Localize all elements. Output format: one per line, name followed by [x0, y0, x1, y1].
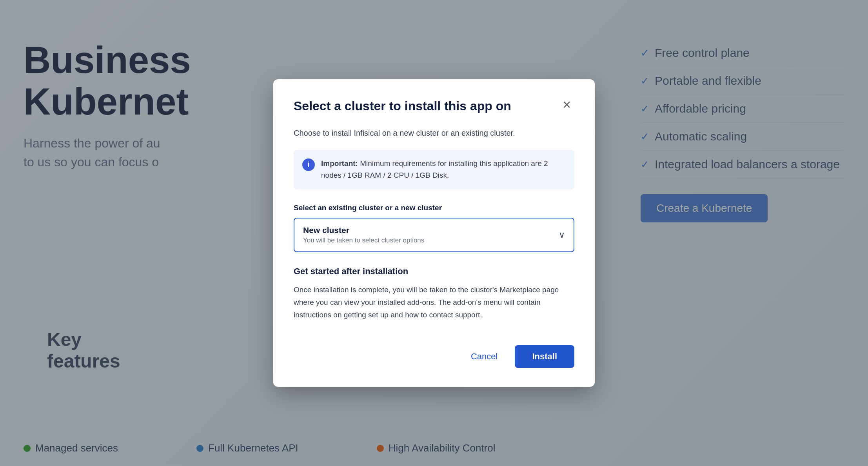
get-started-text: Once installation is complete, you will … — [294, 284, 574, 322]
cluster-dropdown[interactable]: New cluster You will be taken to select … — [294, 218, 574, 252]
modal-description: Choose to install Infisical on a new clu… — [294, 127, 574, 139]
info-box: i Important: Minimum requirements for in… — [294, 150, 574, 189]
get-started-title: Get started after installation — [294, 266, 574, 277]
info-text: Important: Minimum requirements for inst… — [321, 158, 566, 182]
cancel-button[interactable]: Cancel — [463, 347, 505, 366]
cluster-description: You will be taken to select cluster opti… — [303, 237, 424, 244]
modal-footer: Cancel Install — [294, 345, 574, 368]
cluster-name: New cluster — [303, 226, 424, 235]
install-button[interactable]: Install — [515, 345, 574, 368]
modal-overlay: Select a cluster to install this app on … — [0, 0, 868, 466]
info-icon: i — [302, 158, 315, 171]
modal-title: Select a cluster to install this app on — [294, 98, 511, 115]
modal-header: Select a cluster to install this app on … — [294, 98, 574, 115]
close-button[interactable]: ✕ — [559, 98, 574, 112]
cluster-select-modal: Select a cluster to install this app on … — [273, 79, 595, 386]
chevron-down-icon: ∨ — [559, 230, 565, 240]
select-section-label: Select an existing cluster or a new clus… — [294, 204, 574, 212]
cluster-select-content: New cluster You will be taken to select … — [303, 226, 424, 244]
